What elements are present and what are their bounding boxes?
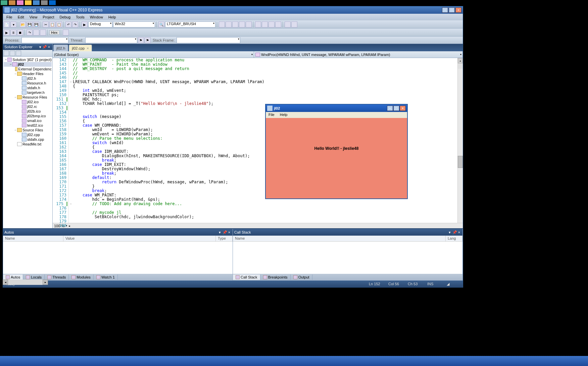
redo-button[interactable]: ↷ [72, 21, 78, 27]
tree-node[interactable]: ReadMe.txt [4, 142, 52, 146]
document-tab[interactable]: jl02.cpp× [69, 45, 92, 51]
resize-grip-icon[interactable]: ◢ [447, 282, 461, 286]
hex-toggle[interactable]: Hex [49, 30, 59, 35]
menu-edit[interactable]: Edit [15, 14, 27, 20]
tray-icon[interactable] [33, 0, 40, 5]
outlining-margin[interactable]: −− [69, 58, 73, 223]
running-app-window[interactable]: jl02 − □ × FileHelp Hello World!! - jles… [265, 104, 408, 199]
step-button[interactable]: ↷ [27, 29, 33, 36]
tray-icon[interactable] [1, 0, 7, 5]
save-button[interactable]: 💾 [27, 21, 33, 27]
config-dropdown[interactable]: Debug [88, 21, 112, 27]
process-dropdown[interactable] [21, 37, 68, 43]
save-all-button[interactable]: 💾 [33, 21, 39, 27]
line-gutter[interactable]: 1421431441451461471481491501511521531541… [53, 58, 69, 223]
close-button[interactable]: × [400, 106, 406, 111]
tab-close-icon[interactable]: × [87, 46, 89, 50]
pin-icon[interactable]: 📌 [43, 45, 47, 49]
properties-button[interactable] [10, 51, 15, 56]
tree-node[interactable]: stdafx.h [4, 85, 52, 90]
find-in-files-button[interactable]: 🔍 [158, 21, 164, 27]
col-name[interactable]: Name [233, 236, 446, 241]
function-dropdown[interactable]: WndProc(HWND hWnd, UINT message, WPARAM … [254, 51, 463, 58]
panel-dropdown-icon[interactable]: ▾ [218, 230, 222, 235]
tray-icon[interactable] [17, 0, 23, 5]
cmd-button[interactable] [291, 21, 297, 27]
add-item-button[interactable]: ▾ [10, 21, 16, 27]
app-titlebar[interactable]: jl02 − □ × [266, 105, 407, 112]
menu-file[interactable]: File [4, 14, 15, 20]
continue-button[interactable]: ▶ [4, 29, 10, 36]
panel-dropdown-icon[interactable]: ▾ [448, 230, 452, 235]
panel-header[interactable]: Autos ▾📌× [3, 229, 233, 236]
expand-toggle[interactable]: + [4, 58, 7, 61]
tree-node[interactable]: +Solution 'jl02' (1 project) [4, 57, 52, 62]
menu-window[interactable]: Window [87, 14, 106, 20]
col-lang[interactable]: Lang [446, 236, 462, 241]
cmd-button[interactable] [268, 21, 275, 27]
cmd-button[interactable] [255, 21, 261, 27]
panel-close-icon[interactable]: × [457, 230, 461, 235]
panel-close-icon[interactable]: × [47, 45, 51, 49]
scope-dropdown[interactable]: (Global Scope) [53, 51, 254, 58]
tree-node[interactable]: jl02.h [4, 76, 52, 81]
stackframe-dropdown[interactable] [177, 37, 240, 43]
paste-button[interactable]: 📋 [56, 21, 62, 27]
pin-icon[interactable]: 📌 [223, 230, 227, 235]
cmd-button[interactable] [232, 21, 238, 27]
vertical-scrollbar[interactable]: ▴ [457, 58, 463, 223]
menu-view[interactable]: View [27, 14, 40, 20]
tree-node[interactable]: Resource.h [4, 81, 52, 85]
open-button[interactable]: 📂 [20, 21, 26, 27]
toolbox-button[interactable] [219, 21, 225, 27]
document-tab[interactable]: jl02.h [53, 45, 68, 51]
col-type[interactable]: Type [216, 236, 233, 241]
dock-tab[interactable]: Output [291, 274, 312, 280]
expand-toggle[interactable]: − [9, 63, 12, 66]
expand-toggle[interactable]: − [14, 128, 17, 132]
tree-node[interactable]: jl02bmp.ico [4, 114, 52, 118]
cmd-button[interactable] [226, 21, 232, 27]
undo-button[interactable]: ↶ [65, 21, 71, 27]
dock-tab[interactable]: Modules [69, 274, 94, 280]
col-name[interactable]: Name [3, 236, 63, 241]
panel-header[interactable]: Call Stack ▾📌× [233, 229, 462, 236]
tree-node[interactable]: −Header Files [4, 71, 52, 76]
tray-icon[interactable] [25, 0, 32, 5]
start-debug-button[interactable]: ▶ [82, 21, 88, 27]
maximize-button[interactable]: □ [449, 7, 455, 13]
tree-node[interactable]: External Dependenc [4, 67, 52, 71]
menu-help[interactable]: Help [106, 14, 119, 20]
dock-tab[interactable]: Breakpoints [260, 274, 291, 280]
maximize-button[interactable]: □ [393, 106, 399, 111]
pin-icon[interactable]: 📌 [452, 230, 456, 235]
tray-icon[interactable] [49, 0, 56, 5]
menu-tools[interactable]: Tools [73, 14, 87, 20]
platform-dropdown[interactable]: Win32 [113, 21, 155, 27]
cmd-button[interactable] [63, 29, 69, 36]
panel-header[interactable]: Solution Explorer ▾ 📌 × [3, 44, 52, 50]
stop-button[interactable]: ⏹ [17, 29, 23, 36]
autos-body[interactable] [3, 242, 233, 274]
tree-node[interactable]: small.ico [4, 118, 52, 123]
outline-toggle[interactable]: − [69, 202, 73, 206]
expand-toggle[interactable]: − [14, 96, 17, 99]
outline-toggle[interactable]: − [69, 80, 73, 84]
dock-tab[interactable]: Threads [45, 274, 69, 280]
windows-taskbar[interactable] [0, 356, 588, 366]
break-button[interactable]: ⏸ [10, 29, 16, 36]
cmd-button[interactable] [275, 21, 281, 27]
tree-node[interactable]: test02.ico [4, 123, 52, 128]
cmd-button[interactable] [239, 21, 245, 27]
step-into-button[interactable] [33, 29, 39, 36]
tree-node[interactable]: stdafx.cpp [4, 137, 52, 142]
tree-node[interactable]: −jl02 [4, 62, 52, 67]
scroll-right-button[interactable]: ▸ [43, 280, 48, 285]
callstack-body[interactable] [233, 242, 462, 274]
tree-node[interactable]: −Resource Files [4, 95, 52, 100]
expand-toggle[interactable]: − [14, 72, 17, 75]
thread-dropdown[interactable] [85, 37, 137, 43]
dock-tab[interactable]: Watch 1 [94, 274, 118, 280]
titlebar[interactable]: jl02 (Running) - Microsoft Visual C++ 20… [3, 6, 463, 14]
menu-project[interactable]: Project [40, 14, 57, 20]
